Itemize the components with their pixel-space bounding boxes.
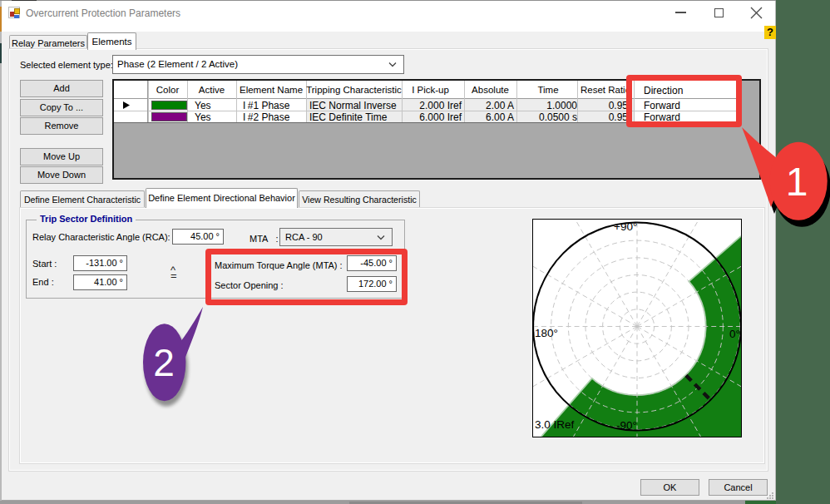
svg-text:1: 1 [786,160,808,204]
svg-text:2: 2 [153,341,175,384]
